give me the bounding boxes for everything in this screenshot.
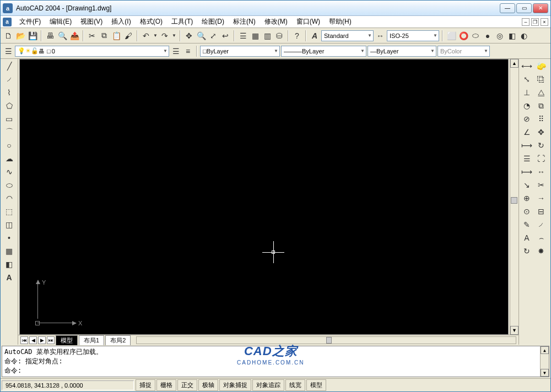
- torus-icon[interactable]: ◎: [494, 30, 505, 41]
- dim-ordinate-icon[interactable]: ⊥: [520, 86, 533, 99]
- circle-icon[interactable]: ○: [3, 139, 16, 151]
- tab-layout1[interactable]: 布局1: [79, 335, 104, 345]
- tab-last-icon[interactable]: ⏭: [47, 336, 55, 344]
- match-icon[interactable]: 🖌: [123, 30, 134, 41]
- wedge-icon[interactable]: ◐: [518, 30, 530, 41]
- status-toggle[interactable]: 捕捉: [136, 379, 155, 391]
- menu-item[interactable]: 视图(V): [76, 16, 107, 28]
- linetype-combo[interactable]: ——— ByLayer▼: [281, 46, 366, 57]
- copy-obj-icon[interactable]: ⿻: [534, 73, 548, 85]
- dim-radius-icon[interactable]: ◔: [520, 100, 533, 112]
- revcloud-icon[interactable]: ☁: [3, 153, 16, 165]
- dim-linear-icon[interactable]: ⟷: [520, 60, 533, 72]
- drawing-canvas[interactable]: YX: [19, 59, 509, 335]
- menu-item[interactable]: 修改(M): [260, 16, 292, 28]
- cylinder-icon[interactable]: ⬭: [470, 30, 481, 41]
- block-icon[interactable]: ◫: [3, 219, 16, 231]
- ellipse-icon[interactable]: ⬭: [3, 179, 16, 191]
- horizontal-scrollbar[interactable]: [136, 336, 516, 344]
- color-combo[interactable]: □ ByLayer▼: [200, 46, 280, 57]
- menu-item[interactable]: 标注(N): [229, 16, 260, 28]
- redo-icon[interactable]: ↷: [159, 30, 170, 41]
- status-toggle[interactable]: 模型: [306, 379, 326, 391]
- erase-icon[interactable]: 🧽: [534, 60, 548, 72]
- polygon-icon[interactable]: ⬠: [3, 100, 16, 112]
- redo-drop-icon[interactable]: ▼: [171, 30, 177, 41]
- command-window[interactable]: AutoCAD 菜单实用程序已加载。 命令: 指定对角点: 命令: ▲▼: [2, 346, 549, 377]
- tool-palette-icon[interactable]: ▥: [262, 30, 273, 41]
- array-icon[interactable]: ⠿: [534, 113, 548, 125]
- dim-continue-icon[interactable]: ⟼: [520, 166, 533, 178]
- spline-icon[interactable]: ∿: [3, 166, 16, 178]
- trim-icon[interactable]: ✂: [534, 179, 548, 191]
- center-mark-icon[interactable]: ⊙: [520, 205, 533, 217]
- menu-item[interactable]: 工具(T): [167, 16, 197, 28]
- mdi-close-button[interactable]: ×: [541, 18, 548, 26]
- command-input[interactable]: [21, 367, 547, 375]
- layers-icon[interactable]: ☰: [3, 46, 14, 57]
- mtext-icon[interactable]: A: [3, 271, 16, 284]
- dimstyle-upd-icon[interactable]: ↻: [520, 245, 533, 257]
- document-icon[interactable]: a: [3, 18, 12, 26]
- cut-icon[interactable]: ✂: [87, 30, 98, 41]
- tab-next-icon[interactable]: ▶: [38, 336, 46, 344]
- help-icon[interactable]: ?: [291, 30, 302, 41]
- line-icon[interactable]: ╱: [3, 60, 16, 72]
- undo-drop-icon[interactable]: ▼: [153, 30, 158, 41]
- menu-item[interactable]: 绘图(D): [197, 16, 229, 28]
- break-icon[interactable]: ⊟: [534, 205, 548, 217]
- layer-state-icon[interactable]: ≡: [182, 46, 193, 57]
- qdim-icon[interactable]: ⟼: [520, 139, 533, 151]
- textstyle-combo[interactable]: Standard▼: [321, 30, 374, 41]
- stretch-icon[interactable]: ↔: [534, 166, 548, 178]
- open-icon[interactable]: 📂: [15, 30, 26, 41]
- menu-item[interactable]: 帮助(H): [325, 16, 356, 28]
- dim-diameter-icon[interactable]: ⊘: [520, 113, 533, 125]
- status-toggle[interactable]: 对象捕捉: [219, 379, 251, 391]
- print-icon[interactable]: 🖶: [45, 30, 56, 41]
- offset-icon[interactable]: ⧉: [534, 100, 548, 112]
- fillet-icon[interactable]: ⌢: [534, 232, 548, 244]
- arc-icon[interactable]: ⌒: [3, 126, 16, 138]
- dimstyle-combo[interactable]: ISO-25▼: [387, 30, 439, 41]
- copy-icon[interactable]: ⧉: [99, 30, 110, 41]
- rectangle-icon[interactable]: ▭: [3, 113, 16, 125]
- box-icon[interactable]: ◧: [506, 30, 517, 41]
- mirror-icon[interactable]: ⧋: [534, 86, 548, 99]
- sphere-icon[interactable]: ●: [482, 30, 493, 41]
- layer-combo[interactable]: 💡 ☀ 🔓 🖶 □ 0 ▼: [15, 46, 169, 57]
- tab-layout2[interactable]: 布局2: [105, 335, 131, 345]
- dimstyle-icon[interactable]: ↔: [375, 30, 386, 41]
- status-toggle[interactable]: 栅格: [156, 379, 176, 391]
- menu-item[interactable]: 编辑(E): [45, 16, 76, 28]
- tab-first-icon[interactable]: ⏮: [20, 336, 28, 344]
- tolerance-icon[interactable]: ⊕: [520, 192, 533, 204]
- dim-aligned-icon[interactable]: ⤡: [520, 73, 533, 85]
- preview-icon[interactable]: 🔍: [57, 30, 68, 41]
- zoom-win-icon[interactable]: ⤢: [208, 30, 219, 41]
- scroll-up-icon[interactable]: ▲: [510, 59, 518, 68]
- undo-icon[interactable]: ↶: [141, 30, 152, 41]
- move-icon[interactable]: ✥: [534, 126, 548, 138]
- ucs-icon[interactable]: ⬜: [446, 30, 457, 41]
- status-toggle[interactable]: 线宽: [285, 379, 305, 391]
- close-button[interactable]: ✕: [533, 3, 548, 13]
- menu-item[interactable]: 插入(I): [107, 16, 135, 28]
- pline-icon[interactable]: ⌇: [3, 86, 16, 99]
- tab-prev-icon[interactable]: ◀: [29, 336, 37, 344]
- point-icon[interactable]: •: [3, 232, 16, 244]
- 3dorbit-icon[interactable]: ⭕: [458, 30, 469, 41]
- dimtedit-icon[interactable]: A: [520, 232, 533, 244]
- tab-model[interactable]: 模型: [56, 335, 78, 345]
- xline-icon[interactable]: ⟋: [3, 73, 16, 85]
- menu-item[interactable]: 格式(O): [136, 16, 167, 28]
- chamfer-icon[interactable]: ⟋: [534, 219, 548, 231]
- status-toggle[interactable]: 极轴: [198, 379, 218, 391]
- extend-icon[interactable]: →: [534, 192, 548, 204]
- coordinates-display[interactable]: 954.0818, 341.3128 , 0.0000: [2, 380, 134, 390]
- status-toggle[interactable]: 正交: [177, 379, 197, 391]
- pan-icon[interactable]: ✥: [183, 30, 195, 41]
- scroll-down-icon[interactable]: ▼: [510, 326, 518, 335]
- save-icon[interactable]: 💾: [27, 30, 38, 41]
- lineweight-combo[interactable]: — ByLayer▼: [368, 46, 436, 57]
